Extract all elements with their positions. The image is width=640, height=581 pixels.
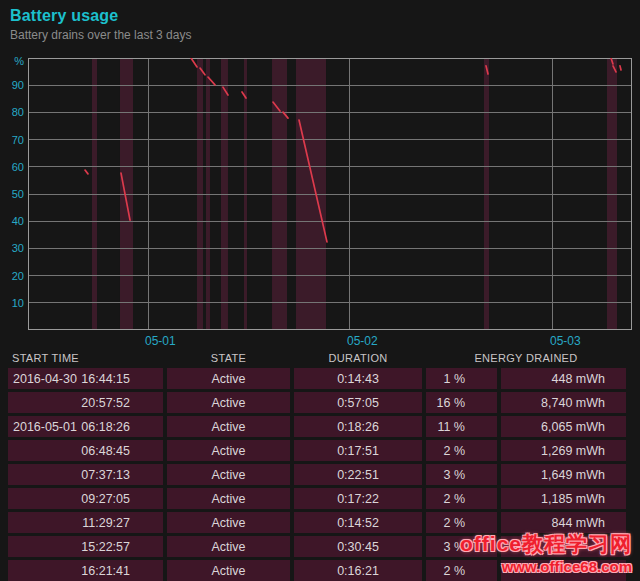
cell-duration: 0:14:43 — [294, 368, 422, 389]
cell-percent-drained: 2 % — [426, 440, 497, 461]
cell-duration: 0:17:22 — [294, 488, 422, 509]
row-time: 06:18:26 — [81, 420, 130, 434]
table-row: 09:27:05Active0:17:222 %1,185 mWh — [8, 488, 630, 509]
row-time: 07:37:13 — [81, 468, 130, 482]
cell-start-time: 09:27:05 — [8, 488, 163, 509]
x-axis-tick-label: 05-03 — [550, 334, 581, 348]
watermark-site-name: office教程学习网 — [460, 530, 632, 558]
battery-usage-chart: %908070605040302010 05-0105-0205-03 — [0, 0, 640, 350]
y-axis-tick-label: 20 — [0, 269, 24, 283]
watermark-site-url: www.office68.com — [460, 558, 632, 575]
row-time: 11:29:27 — [82, 516, 130, 530]
cell-duration: 0:17:51 — [294, 440, 422, 461]
table-row: 2016-05-0106:18:26Active0:18:2611 %6,065… — [8, 416, 630, 437]
chart-plot-area — [28, 58, 632, 330]
y-axis-tick-label: 90 — [0, 78, 24, 92]
x-axis-tick-label: 05-01 — [145, 334, 176, 348]
row-time: 16:44:15 — [81, 372, 130, 386]
cell-energy-drained: 8,740 mWh — [501, 392, 626, 413]
column-header-state: STATE — [167, 352, 290, 366]
column-header-start-time: START TIME — [8, 352, 163, 366]
cell-percent-drained: 1 % — [426, 368, 497, 389]
table-row: 07:37:13Active0:22:513 %1,649 mWh — [8, 464, 630, 485]
watermark: office教程学习网 www.office68.com — [460, 530, 632, 575]
cell-state: Active — [167, 416, 290, 437]
cell-start-time: 16:21:41 — [8, 560, 163, 581]
column-header-energy-drained: ENERGY DRAINED — [426, 352, 626, 366]
cell-percent-drained: 16 % — [426, 392, 497, 413]
y-axis-tick-label: 10 — [0, 296, 24, 310]
column-header-duration: DURATION — [294, 352, 422, 366]
cell-energy-drained: 1,269 mWh — [501, 440, 626, 461]
cell-start-time: 2016-04-3016:44:15 — [8, 368, 163, 389]
cell-start-time: 20:57:52 — [8, 392, 163, 413]
cell-state: Active — [167, 536, 290, 557]
y-axis-tick-label: 80 — [0, 105, 24, 119]
cell-percent-drained: 2 % — [426, 488, 497, 509]
cell-energy-drained: 1,185 mWh — [501, 488, 626, 509]
table-row: 06:48:45Active0:17:512 %1,269 mWh — [8, 440, 630, 461]
cell-duration: 0:18:26 — [294, 416, 422, 437]
cell-state: Active — [167, 560, 290, 581]
row-time: 16:21:41 — [81, 564, 130, 578]
y-axis-tick-label: % — [0, 54, 24, 68]
cell-duration: 0:22:51 — [294, 464, 422, 485]
cell-duration: 0:16:21 — [294, 560, 422, 581]
cell-percent-drained: 3 % — [426, 464, 497, 485]
cell-energy-drained: 6,065 mWh — [501, 416, 626, 437]
row-time: 06:48:45 — [81, 444, 130, 458]
y-axis-tick-label: 40 — [0, 214, 24, 228]
cell-state: Active — [167, 392, 290, 413]
cell-duration: 0:14:52 — [294, 512, 422, 533]
row-time: 15:22:57 — [81, 540, 130, 554]
cell-duration: 0:30:45 — [294, 536, 422, 557]
row-time: 09:27:05 — [81, 492, 130, 506]
cell-state: Active — [167, 464, 290, 485]
cell-energy-drained: 1,649 mWh — [501, 464, 626, 485]
y-axis-tick-label: 50 — [0, 187, 24, 201]
battery-report-page: Battery usage Battery drains over the la… — [0, 0, 640, 581]
table-row: 2016-04-3016:44:15Active0:14:431 %448 mW… — [8, 368, 630, 389]
y-axis-tick-label: 30 — [0, 241, 24, 255]
cell-state: Active — [167, 488, 290, 509]
row-date: 2016-04-30 — [13, 372, 77, 386]
y-axis-tick-label: 60 — [0, 160, 24, 174]
table-header-row: START TIME STATE DURATION ENERGY DRAINED — [8, 352, 630, 366]
row-time: 20:57:52 — [81, 396, 130, 410]
cell-state: Active — [167, 512, 290, 533]
cell-duration: 0:57:05 — [294, 392, 422, 413]
x-axis-tick-label: 05-02 — [347, 334, 378, 348]
cell-state: Active — [167, 368, 290, 389]
cell-start-time: 2016-05-0106:18:26 — [8, 416, 163, 437]
cell-start-time: 15:22:57 — [8, 536, 163, 557]
cell-percent-drained: 11 % — [426, 416, 497, 437]
table-row: 20:57:52Active0:57:0516 %8,740 mWh — [8, 392, 630, 413]
cell-start-time: 07:37:13 — [8, 464, 163, 485]
cell-energy-drained: 448 mWh — [501, 368, 626, 389]
row-date: 2016-05-01 — [13, 420, 77, 434]
cell-start-time: 06:48:45 — [8, 440, 163, 461]
y-axis-tick-label: 70 — [0, 133, 24, 147]
cell-state: Active — [167, 440, 290, 461]
cell-start-time: 11:29:27 — [8, 512, 163, 533]
